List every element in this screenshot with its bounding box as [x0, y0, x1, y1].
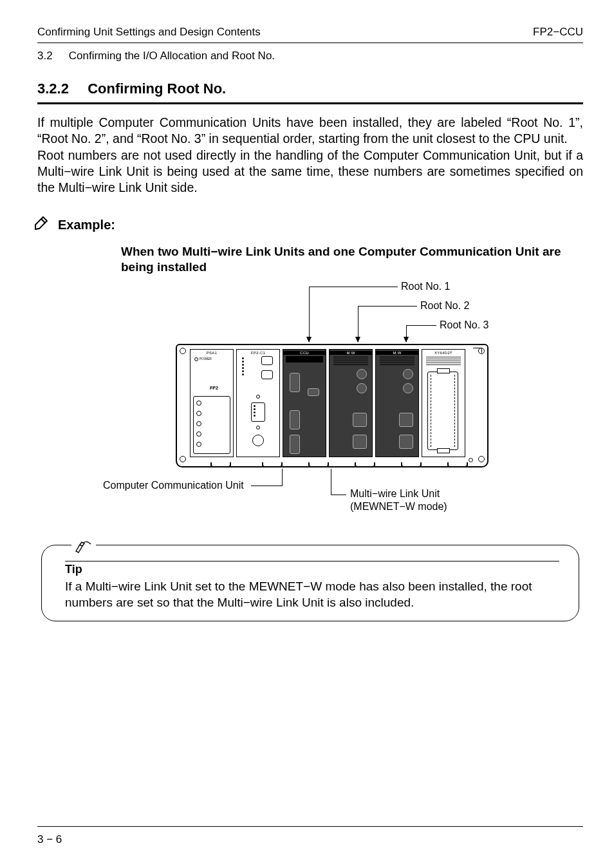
slot-label: XY64D2T [422, 351, 465, 355]
leader-line [331, 469, 331, 495]
screw-icon [256, 395, 260, 399]
led-panel [380, 356, 414, 365]
switch-icon [261, 370, 273, 379]
led-panel [333, 356, 368, 365]
led-strip [242, 357, 244, 375]
dial-icon [403, 383, 413, 393]
slot-label: PSA1 [191, 351, 233, 355]
header-left: Confirming Unit Settings and Design Cont… [37, 26, 261, 39]
page-number: 3 − 6 [37, 833, 62, 845]
slot-cpu: FP2-C1 [236, 349, 280, 457]
pencil-icon [32, 216, 49, 235]
terminal-block [193, 396, 230, 454]
body-text: If multiple Computer Communication Units… [37, 115, 583, 196]
root-1-label: Root No. 1 [401, 281, 450, 292]
fp2-label: FP2 [210, 386, 218, 390]
rack-foot [262, 462, 283, 467]
terminal-icon [196, 401, 201, 406]
slot-label: M.W [376, 351, 418, 355]
rack-foot [401, 462, 422, 467]
callout-ccu: Computer Communication Unit [103, 480, 244, 491]
tip-text: If a Multi−wire Link Unit set to the MEW… [65, 579, 559, 610]
led-icon [194, 357, 198, 361]
port-icon [290, 373, 300, 392]
hand-writing-icon [71, 539, 96, 556]
port-icon [290, 435, 300, 454]
slot-label: M.W [330, 351, 372, 355]
example-label: Example: [58, 218, 115, 232]
terminal-icon [196, 442, 201, 447]
section-reference: 3.2 Confirming the I/O Allocation and Ro… [37, 50, 583, 62]
leader-line [309, 287, 398, 287]
slot-psu: PSA1 POWER FP2 [190, 349, 234, 457]
leader-line [406, 325, 407, 342]
rack-foot [447, 462, 468, 467]
port-icon [399, 413, 413, 427]
section-number: 3.2 [37, 50, 66, 62]
leader-line [358, 306, 417, 307]
leader-line [331, 495, 346, 495]
subsection-title: Confirming Root No. [88, 80, 226, 97]
header-rule [37, 42, 583, 43]
slot-ccu: CCU [283, 349, 326, 457]
leader-line [282, 469, 283, 486]
leader-line [309, 287, 310, 342]
port-icon [399, 435, 413, 449]
section-title: Confirming the I/O Allocation and Root N… [69, 50, 275, 62]
dial-icon [357, 369, 367, 379]
power-label: POWER [200, 357, 212, 361]
terminal-icon [196, 431, 201, 437]
root-3-label: Root No. 3 [440, 319, 488, 331]
tip-title: Tip [65, 563, 559, 576]
mount-hole [180, 348, 186, 354]
leader-line [406, 325, 436, 326]
callout-mw-2: (MEWNET−W mode) [350, 501, 447, 513]
diagram-subtitle: When two Multi−wire Link Units and one C… [121, 244, 583, 276]
leader-line [358, 306, 358, 342]
page-footer: 3 − 6 [37, 826, 583, 846]
terminal-icon [196, 421, 201, 426]
mount-hole [478, 456, 485, 462]
body-paragraph: If multiple Computer Communication Units… [37, 115, 583, 194]
slot-label: FP2-C1 [237, 351, 279, 355]
diagram: Root No. 1 Root No. 2 Root No. 3 PSA1 PO… [134, 283, 533, 522]
dial-icon [357, 383, 367, 393]
switch-icon [308, 388, 319, 396]
example-row: Example: [32, 216, 583, 235]
dial-icon [403, 369, 413, 379]
mount-hole [180, 456, 186, 462]
root-2-label: Root No. 2 [420, 300, 469, 312]
port-icon [251, 402, 265, 422]
screw-icon [256, 426, 260, 429]
connector-block [427, 372, 458, 450]
port-icon [290, 410, 300, 429]
subsection-number: 3.2.2 [37, 80, 84, 97]
rack-foot [308, 462, 329, 467]
slot-mw-1: M.W [329, 349, 373, 457]
header-right: FP2−CCU [533, 26, 583, 39]
rack-foot [355, 462, 375, 467]
leader-line [251, 486, 282, 486]
heading-rule [37, 102, 583, 104]
led-panel [426, 356, 461, 365]
page-header: Confirming Unit Settings and Design Cont… [37, 26, 583, 39]
subsection-heading: 3.2.2 Confirming Root No. [37, 80, 583, 97]
plc-rack: PSA1 POWER FP2 FP2-C1 [176, 344, 488, 467]
slot-mw-2: M.W [375, 349, 419, 457]
port-icon [353, 435, 367, 449]
port-icon [353, 413, 367, 427]
mount-hole [469, 458, 473, 462]
rack-foot [210, 462, 231, 467]
rack-corner-notch [473, 348, 482, 353]
callout-mw-1: Multi−wire Link Unit [350, 488, 440, 500]
slot-label: CCU [283, 351, 326, 355]
led-panel [286, 356, 323, 363]
footer-rule [37, 826, 583, 827]
terminal-icon [196, 411, 201, 416]
tip-rule [65, 561, 559, 561]
switch-icon [261, 356, 273, 365]
slot-io: XY64D2T [422, 349, 465, 457]
connector-icon [252, 435, 264, 446]
tip-box: Tip If a Multi−wire Link Unit set to the… [41, 545, 579, 621]
